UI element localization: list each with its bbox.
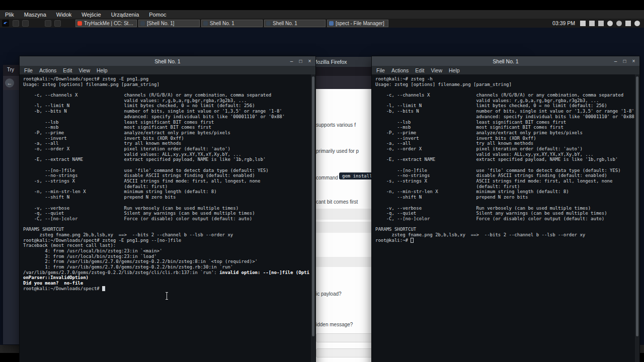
launcher-icon-1[interactable] — [13, 20, 19, 27]
menu-item-urz-dzenia[interactable]: Urządzenia — [106, 12, 144, 18]
terminal-line: -n, --min-str-len X minimum string lengt… — [375, 189, 639, 195]
taskbar-window-list: TryHackMe | CC: Stegan...[Shell No. 1]Sh… — [75, 20, 390, 27]
terminal-right-menubar: FileActionsEditViewHelp — [372, 66, 639, 74]
menu-item-help[interactable]: Help — [97, 67, 108, 73]
terminal-line — [375, 162, 639, 168]
volume-icon[interactable] — [589, 21, 595, 26]
scrollbar-thumb[interactable] — [312, 76, 314, 336]
terminal-line: -s, --strings X ASCII strings find mode:… — [375, 178, 639, 184]
menu-item-file[interactable]: File — [24, 67, 33, 73]
terminal-line: -c, --channels X channels (R/G/B/A) or a… — [23, 93, 315, 98]
terminal-line — [375, 222, 639, 227]
terminal-line: root@kali:~/Downloads/spect# zsteg -E pn… — [23, 76, 315, 82]
lock-screen-icon[interactable] — [625, 21, 631, 26]
terminal-line: root@kali:~/Downloads/spect# zsteg -E pn… — [23, 238, 315, 243]
page-text-fragment-6: idden message? — [316, 322, 353, 327]
terminal-window-left[interactable]: Shell No. 1 – □ × FileActionsEditViewHel… — [19, 56, 316, 362]
taskbar-window-shell-2[interactable]: Shell No. 1 — [201, 20, 263, 27]
terminal-left-scrollbar[interactable] — [311, 74, 315, 362]
taskbar-window-file-manager-minimized[interactable]: [spect - File Manager] — [327, 20, 388, 27]
terminal-line: advanced: specify individual bits like '… — [23, 114, 315, 120]
notification-bell-icon[interactable] — [607, 21, 613, 26]
minimize-icon[interactable]: – — [612, 57, 619, 65]
close-icon[interactable]: × — [630, 57, 637, 65]
terminal-line: PARAMS SHORTCUT — [375, 227, 639, 232]
virtualbox-menubar: PlikMaszynaWidokWejścieUrządzeniaPomoc — [0, 10, 644, 19]
terminal-right-scrollbar[interactable] — [635, 74, 639, 362]
terminal-line — [23, 222, 315, 227]
answer-input-1[interactable] — [316, 333, 373, 342]
menu-item-actions[interactable]: Actions — [39, 67, 56, 73]
terminal-line: --shift N prepend N zero bits — [375, 195, 639, 200]
terminal-line: valid values: r,g,b,a,rg,bgr,rgba,r3g2b3… — [23, 98, 315, 104]
kali-taskbar: TryHackMe | CC: Stegan...[Shell No. 1]Sh… — [0, 19, 644, 28]
taskbar-window-shell-1-minimized[interactable]: [Shell No. 1] — [138, 20, 200, 27]
menu-item-edit[interactable]: Edit — [415, 67, 424, 73]
terminal-left-output[interactable]: root@kali:~/Downloads/spect# zsteg -E pn… — [20, 74, 315, 362]
terminal-line: -v, --verbose Run verbosely (can be used… — [375, 206, 639, 211]
menu-item-edit[interactable]: Edit — [63, 67, 72, 73]
power-icon[interactable] — [634, 21, 640, 26]
taskbar-window-label: Shell No. 1 — [210, 21, 234, 26]
maximize-icon[interactable]: □ — [297, 57, 304, 65]
terminal-line: --invert invert bits (XOR 0xff) — [375, 136, 639, 141]
terminal-line: root@kali:~# zsteg -h — [375, 76, 639, 82]
terminal-line: 1: from /var/lib/gems/2.7.0/gems/zsteg-0… — [23, 264, 315, 270]
terminal-line: --lsb least significant BIT comes first — [23, 120, 315, 125]
menu-item-file[interactable]: File — [376, 67, 385, 73]
taskbar-window-icon — [266, 21, 271, 26]
terminal-line: 2: from /var/lib/gems/2.7.0/gems/zsteg-0… — [23, 259, 315, 264]
menu-item-actions[interactable]: Actions — [391, 67, 409, 73]
terminal-line: --[no-]file use 'file' command to detect… — [375, 168, 639, 173]
scrollbar-thumb[interactable] — [636, 76, 638, 336]
window-title: Shell No. 1 — [154, 58, 180, 64]
terminal-line: --msb most significant BIT comes first — [23, 125, 315, 130]
menu-item-wej-cie[interactable]: Wejście — [76, 12, 106, 18]
terminal-right-titlebar[interactable]: Shell No. 1 – □ × — [372, 56, 639, 66]
menu-item-pomoc[interactable]: Pomoc — [144, 12, 171, 18]
terminal-line: Traceback (most recent call last): — [23, 243, 315, 248]
page-text-fragment-4: cant bit comes first — [316, 199, 358, 205]
terminal-left-menubar: FileActionsEditViewHelp — [20, 66, 315, 74]
terminal-line: -o, --order X pixel iteration order (def… — [23, 146, 315, 152]
menu-item-view[interactable]: View — [431, 67, 442, 73]
menu-item-view[interactable]: View — [78, 67, 90, 73]
terminal-cursor — [411, 238, 413, 243]
maximize-icon[interactable]: □ — [621, 57, 628, 65]
window-controls: – □ × — [288, 56, 313, 66]
launcher-icon-3[interactable] — [45, 20, 51, 27]
menu-item-plik[interactable]: Plik — [0, 12, 19, 18]
taskbar-window-shell-3[interactable]: Shell No. 1 — [264, 20, 326, 27]
display-settings-icon[interactable] — [580, 21, 586, 26]
desktop[interactable]: Try ← CC: Steganography - Mozilla Firefo… — [0, 28, 644, 345]
terminal-right-output[interactable]: root@kali:~# zsteg -hUsage: zsteg [optio… — [372, 74, 639, 362]
launcher-icon-4[interactable] — [54, 20, 61, 27]
menu-item-maszyna[interactable]: Maszyna — [19, 12, 51, 18]
terminal-line: PARAMS SHORTCUT — [23, 227, 315, 232]
kali-menu-icon[interactable] — [2, 20, 9, 27]
taskbar-window-tryhackme-firefox[interactable]: TryHackMe | CC: Stegan... — [75, 20, 137, 27]
terminal-line: -b, --bits N number of bits, single int … — [23, 109, 315, 114]
terminal-line: --lsb least significant BIT comes first — [375, 120, 639, 125]
page-text-fragment-3: command — [316, 175, 338, 180]
window-controls: – □ × — [612, 56, 637, 66]
terminal-line: -c, --channels X channels (R/G/B/A) or a… — [375, 93, 639, 98]
terminal-line: /var/lib/gems/2.7.0/gems/zsteg-0.2.2/lib… — [23, 270, 315, 276]
mouse-text-cursor — [167, 293, 167, 299]
session-user-icon[interactable] — [616, 21, 622, 26]
answer-input-2[interactable] — [316, 348, 373, 357]
terminal-left-titlebar[interactable]: Shell No. 1 – □ × — [20, 56, 315, 66]
network-icon[interactable] — [598, 21, 604, 26]
terminal-line: -P, --prime analyze/extract only prime b… — [23, 130, 315, 136]
terminal-line: --shift N prepend N zero bits — [23, 195, 315, 200]
menu-item-widok[interactable]: Widok — [51, 12, 77, 18]
launcher-icon-2[interactable] — [22, 20, 29, 27]
terminal-line: --[no-]file use 'file' command to detect… — [23, 168, 315, 173]
panel-clock[interactable]: 03:39 PM — [552, 20, 575, 26]
minimize-icon[interactable]: – — [288, 57, 295, 65]
back-button-icon[interactable]: ← — [5, 78, 14, 87]
menu-item-help[interactable]: Help — [449, 67, 460, 73]
close-icon[interactable]: × — [306, 57, 313, 65]
terminal-window-right[interactable]: Shell No. 1 – □ × FileActionsEditViewHel… — [371, 56, 640, 362]
terminal-line: valid values: ALL,xy,yx,XY,YX,xY,Xy,bY, … — [375, 152, 639, 157]
